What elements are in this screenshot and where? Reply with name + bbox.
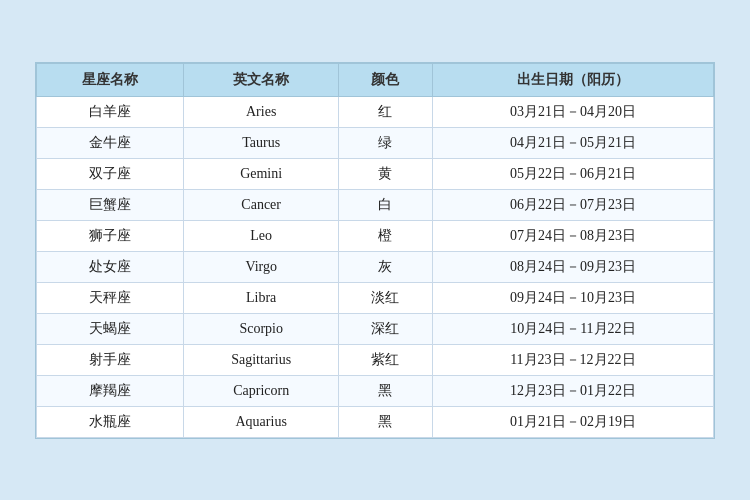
column-header-2: 颜色 xyxy=(339,63,433,96)
table-cell-r10-c0: 水瓶座 xyxy=(37,406,184,437)
table-cell-r5-c3: 08月24日－09月23日 xyxy=(432,251,713,282)
table-cell-r5-c1: Virgo xyxy=(184,251,339,282)
table-row: 天秤座Libra淡红09月24日－10月23日 xyxy=(37,282,714,313)
table-cell-r4-c0: 狮子座 xyxy=(37,220,184,251)
table-cell-r6-c0: 天秤座 xyxy=(37,282,184,313)
table-cell-r4-c2: 橙 xyxy=(339,220,433,251)
table-cell-r7-c3: 10月24日－11月22日 xyxy=(432,313,713,344)
table-cell-r3-c0: 巨蟹座 xyxy=(37,189,184,220)
table-cell-r7-c1: Scorpio xyxy=(184,313,339,344)
table-cell-r0-c3: 03月21日－04月20日 xyxy=(432,96,713,127)
table-cell-r9-c3: 12月23日－01月22日 xyxy=(432,375,713,406)
table-row: 天蝎座Scorpio深红10月24日－11月22日 xyxy=(37,313,714,344)
table-cell-r8-c1: Sagittarius xyxy=(184,344,339,375)
table-row: 狮子座Leo橙07月24日－08月23日 xyxy=(37,220,714,251)
table-cell-r6-c1: Libra xyxy=(184,282,339,313)
table-cell-r1-c2: 绿 xyxy=(339,127,433,158)
table-cell-r2-c0: 双子座 xyxy=(37,158,184,189)
zodiac-table: 星座名称英文名称颜色出生日期（阳历） 白羊座Aries红03月21日－04月20… xyxy=(36,63,714,438)
table-cell-r10-c1: Aquarius xyxy=(184,406,339,437)
table-cell-r1-c3: 04月21日－05月21日 xyxy=(432,127,713,158)
table-cell-r9-c1: Capricorn xyxy=(184,375,339,406)
table-cell-r5-c2: 灰 xyxy=(339,251,433,282)
column-header-3: 出生日期（阳历） xyxy=(432,63,713,96)
table-cell-r10-c2: 黑 xyxy=(339,406,433,437)
table-cell-r9-c2: 黑 xyxy=(339,375,433,406)
table-cell-r1-c1: Taurus xyxy=(184,127,339,158)
table-row: 射手座Sagittarius紫红11月23日－12月22日 xyxy=(37,344,714,375)
table-row: 摩羯座Capricorn黑12月23日－01月22日 xyxy=(37,375,714,406)
table-cell-r7-c2: 深红 xyxy=(339,313,433,344)
table-cell-r2-c1: Gemini xyxy=(184,158,339,189)
table-cell-r2-c2: 黄 xyxy=(339,158,433,189)
table-cell-r4-c1: Leo xyxy=(184,220,339,251)
table-cell-r8-c3: 11月23日－12月22日 xyxy=(432,344,713,375)
table-cell-r0-c1: Aries xyxy=(184,96,339,127)
table-row: 白羊座Aries红03月21日－04月20日 xyxy=(37,96,714,127)
table-header-row: 星座名称英文名称颜色出生日期（阳历） xyxy=(37,63,714,96)
table-cell-r7-c0: 天蝎座 xyxy=(37,313,184,344)
table-row: 水瓶座Aquarius黑01月21日－02月19日 xyxy=(37,406,714,437)
table-cell-r10-c3: 01月21日－02月19日 xyxy=(432,406,713,437)
table-row: 双子座Gemini黄05月22日－06月21日 xyxy=(37,158,714,189)
table-cell-r4-c3: 07月24日－08月23日 xyxy=(432,220,713,251)
table-cell-r3-c2: 白 xyxy=(339,189,433,220)
table-cell-r3-c3: 06月22日－07月23日 xyxy=(432,189,713,220)
zodiac-table-container: 星座名称英文名称颜色出生日期（阳历） 白羊座Aries红03月21日－04月20… xyxy=(35,62,715,439)
table-cell-r5-c0: 处女座 xyxy=(37,251,184,282)
table-cell-r6-c3: 09月24日－10月23日 xyxy=(432,282,713,313)
column-header-0: 星座名称 xyxy=(37,63,184,96)
table-cell-r6-c2: 淡红 xyxy=(339,282,433,313)
table-cell-r3-c1: Cancer xyxy=(184,189,339,220)
table-body: 白羊座Aries红03月21日－04月20日金牛座Taurus绿04月21日－0… xyxy=(37,96,714,437)
table-row: 巨蟹座Cancer白06月22日－07月23日 xyxy=(37,189,714,220)
table-cell-r2-c3: 05月22日－06月21日 xyxy=(432,158,713,189)
table-row: 处女座Virgo灰08月24日－09月23日 xyxy=(37,251,714,282)
table-cell-r1-c0: 金牛座 xyxy=(37,127,184,158)
table-row: 金牛座Taurus绿04月21日－05月21日 xyxy=(37,127,714,158)
table-cell-r0-c2: 红 xyxy=(339,96,433,127)
table-cell-r8-c2: 紫红 xyxy=(339,344,433,375)
column-header-1: 英文名称 xyxy=(184,63,339,96)
table-cell-r8-c0: 射手座 xyxy=(37,344,184,375)
table-cell-r0-c0: 白羊座 xyxy=(37,96,184,127)
table-cell-r9-c0: 摩羯座 xyxy=(37,375,184,406)
